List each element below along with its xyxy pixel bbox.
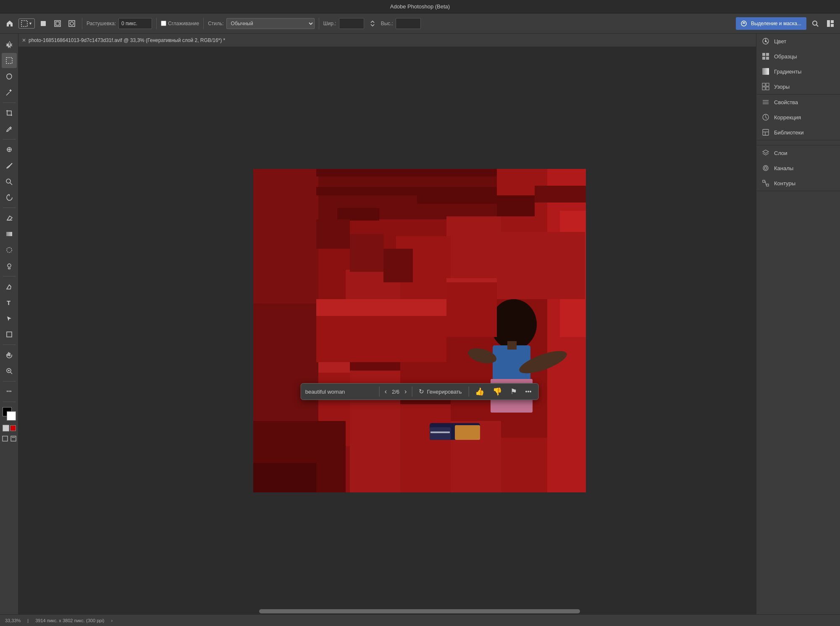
path-selection-tool[interactable] [2, 311, 17, 326]
swap-dimensions-button[interactable] [367, 18, 378, 29]
workspace-layout-button[interactable] [824, 18, 837, 29]
corrections-panel-row[interactable]: Коррекция [756, 110, 840, 125]
patterns-icon [761, 82, 770, 91]
mask-mode[interactable] [10, 425, 16, 431]
svg-rect-80 [316, 187, 497, 195]
gradient-tool[interactable] [2, 226, 17, 242]
patterns-panel-row[interactable]: Узоры [756, 79, 840, 94]
properties-panel-row[interactable]: Свойства [756, 95, 840, 110]
hand-tool[interactable] [2, 347, 17, 363]
healing-brush-tool[interactable] [2, 142, 17, 157]
svg-rect-9 [827, 20, 830, 27]
svg-rect-106 [766, 57, 769, 60]
svg-rect-85 [417, 204, 497, 216]
anti-alias-checkbox[interactable] [161, 21, 166, 26]
anti-alias-label[interactable]: Сглаживание [161, 21, 199, 26]
style-select[interactable]: Обычный С фиксированными размерами Фикси… [226, 18, 315, 29]
crop-tool[interactable] [2, 105, 17, 121]
marquee-tool[interactable] [2, 53, 17, 68]
blur-tool[interactable] [2, 242, 17, 258]
gradients-panel-row[interactable]: Градиенты [756, 64, 840, 79]
paths-panel-row[interactable]: Контуры [756, 176, 840, 191]
layers-panel-row[interactable]: Слои [756, 145, 840, 160]
tool-separator-5 [3, 345, 16, 345]
svg-rect-26 [7, 332, 12, 337]
marquee-select-button[interactable]: ▼ [18, 18, 35, 29]
brush-tool[interactable] [2, 158, 17, 173]
color-panel-row[interactable]: Цвет [756, 34, 840, 49]
svg-rect-31 [3, 436, 8, 441]
height-input[interactable] [396, 18, 421, 29]
svg-rect-64 [253, 169, 318, 303]
magic-wand-tool[interactable] [2, 85, 17, 100]
dodge-tool[interactable] [2, 258, 17, 274]
libraries-panel-row[interactable]: Библиотеки [756, 125, 840, 140]
home-button[interactable] [3, 18, 16, 29]
gen-more-button[interactable]: ••• [523, 387, 534, 396]
eraser-tool[interactable] [2, 210, 17, 226]
tool-separator-6 [3, 381, 16, 381]
gen-thumbdown-button[interactable]: 👎 [490, 386, 504, 397]
svg-rect-11 [831, 24, 834, 27]
svg-rect-107 [762, 68, 769, 75]
scrollbar-thumb[interactable] [259, 609, 580, 613]
width-input[interactable] [339, 18, 364, 29]
svg-rect-78 [316, 169, 497, 176]
svg-line-24 [9, 285, 11, 287]
properties-icon [761, 98, 770, 106]
screen-mode-button-2[interactable] [10, 435, 17, 442]
gradients-icon [761, 67, 770, 76]
color-group: Цвет Образцы Градиенты Узоры [756, 34, 840, 95]
svg-rect-116 [763, 129, 769, 135]
history-brush-tool[interactable] [2, 190, 17, 205]
svg-rect-104 [766, 53, 769, 56]
lasso-tool[interactable] [2, 69, 17, 84]
frame-button[interactable] [52, 18, 63, 29]
tool-separator-2 [3, 139, 16, 139]
gen-next-button[interactable]: › [403, 388, 408, 395]
svg-point-22 [7, 247, 12, 253]
gen-thumbup-button[interactable]: 👍 [472, 386, 487, 397]
screen-mode-button[interactable] [1, 435, 9, 442]
svg-rect-52 [350, 362, 400, 492]
gen-generate-button[interactable]: ↻ Генерировать [415, 386, 465, 397]
circle-frame-button[interactable] [66, 18, 78, 29]
search-button[interactable] [809, 18, 822, 29]
toolbar-separator-4 [319, 18, 319, 29]
feather-input[interactable] [118, 18, 152, 29]
svg-rect-1 [41, 21, 46, 26]
3d-toggle[interactable] [37, 18, 49, 29]
svg-rect-2 [55, 21, 60, 26]
tab-close-button[interactable]: ✕ [22, 37, 26, 43]
eyedropper-tool[interactable] [2, 121, 17, 137]
gen-flag-button[interactable]: ⚑ [508, 386, 520, 397]
text-tool[interactable]: T [2, 295, 17, 310]
move-tool[interactable]: ✥ [2, 37, 17, 52]
svg-point-19 [6, 179, 10, 183]
shape-tool[interactable] [2, 327, 17, 342]
status-arrow[interactable]: › [111, 618, 113, 623]
foreground-background-colors[interactable] [2, 406, 17, 421]
svg-rect-53 [400, 396, 451, 492]
background-color[interactable] [7, 411, 16, 421]
selection-mask-button[interactable]: Выделение и маска... [736, 17, 806, 30]
gen-prev-button[interactable]: ‹ [383, 388, 388, 395]
color-icon [761, 37, 770, 45]
zoom-tool[interactable] [2, 363, 17, 379]
svg-rect-94 [316, 299, 446, 316]
horizontal-scrollbar[interactable] [18, 608, 821, 614]
svg-rect-73 [507, 341, 517, 350]
gen-prompt-input[interactable] [305, 389, 376, 395]
svg-point-102 [765, 40, 766, 42]
photo-canvas: ‹ 2/6 › ↻ Генерировать 👍 👎 ⚑ ••• [253, 169, 586, 492]
clone-stamp-tool[interactable] [2, 174, 17, 189]
swatches-panel-row[interactable]: Образцы [756, 49, 840, 64]
svg-rect-105 [762, 57, 765, 60]
right-panel: Цвет Образцы Градиенты Узоры [756, 34, 840, 614]
paths-icon [761, 179, 770, 187]
svg-rect-77 [430, 431, 450, 433]
pen-tool[interactable] [2, 279, 17, 294]
more-tools-button[interactable]: ••• [2, 384, 17, 399]
channels-panel-row[interactable]: Каналы [756, 160, 840, 176]
standard-mode[interactable] [3, 425, 9, 431]
